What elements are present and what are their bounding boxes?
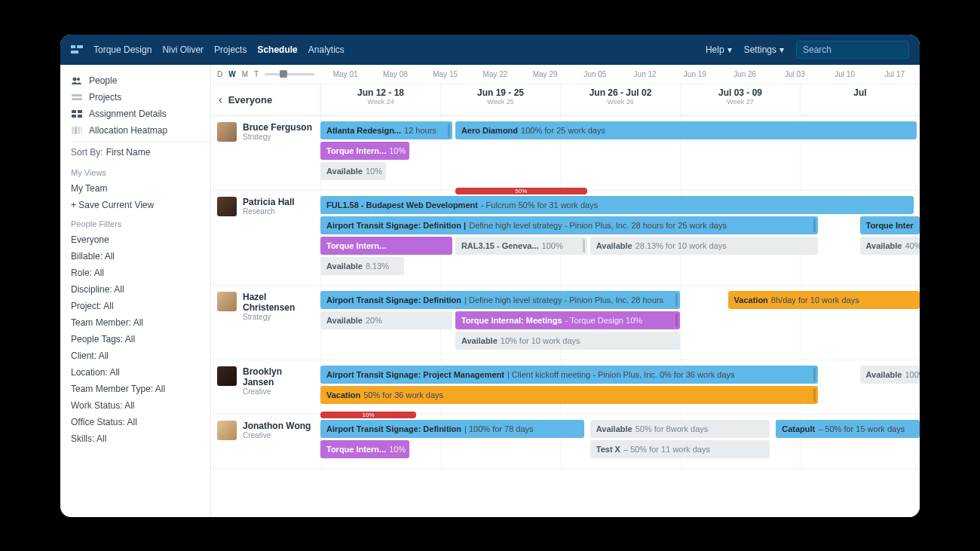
svg-rect-6: [72, 98, 82, 100]
assignment-bar[interactable]: Airport Transit Signage: Definition| 100…: [320, 420, 584, 438]
filter-item[interactable]: Billable: All: [71, 248, 210, 265]
crumb-projects[interactable]: Projects: [214, 44, 247, 55]
filter-item[interactable]: Project: All: [71, 298, 210, 314]
filter-item[interactable]: Client: All: [71, 347, 210, 364]
myview-item[interactable]: + Save Current View: [71, 197, 210, 213]
filter-item[interactable]: Team Member: All: [71, 314, 210, 331]
mini-date: May 22: [470, 70, 520, 78]
assignment-bar[interactable]: Test X – 50% for 11 work days: [590, 440, 770, 458]
assignment-bar[interactable]: Vacation8h/day for 10 work days: [728, 291, 920, 309]
sidebar-nav-people[interactable]: People: [71, 72, 210, 89]
filter-item[interactable]: Team Member Type: All: [71, 381, 210, 397]
week-column: Jul: [800, 84, 920, 115]
zoom-row: DWMT May 01May 08May 15May 22May 29Jun 0…: [211, 65, 920, 84]
crumb-user[interactable]: Nivi Oliver: [162, 44, 204, 55]
assignment-bar[interactable]: Available28.13% for 10 work days: [590, 237, 818, 255]
week-column: Jun 26 - Jul 02Week 26: [560, 84, 680, 115]
assignment-bar[interactable]: Available40%: [860, 237, 920, 255]
overload-indicator: 10%: [320, 412, 416, 418]
assignment-bar[interactable]: Torque Intern...: [320, 237, 452, 255]
zoom-thumb[interactable]: [280, 70, 287, 78]
svg-rect-11: [72, 127, 74, 134]
filters-header: People Filters: [71, 219, 210, 228]
avatar[interactable]: [217, 421, 237, 440]
view-title: Everyone: [228, 94, 273, 106]
assignment-bar[interactable]: Airport Transit Signage: Definition | De…: [320, 216, 818, 234]
assignment-bar[interactable]: Atlanta Redesign...12 hours: [320, 121, 452, 139]
filter-item[interactable]: Role: All: [71, 265, 210, 281]
assignment-bar[interactable]: Available10%: [320, 162, 386, 180]
avatar[interactable]: [217, 122, 237, 142]
sidebar-nav-projects[interactable]: Projects: [71, 89, 210, 106]
person-row: Hazel ChristensenStrategyAirport Transit…: [211, 286, 920, 360]
person-name[interactable]: Jonathon Wong: [243, 421, 311, 431]
crumb-brand[interactable]: Torque Design: [93, 44, 152, 55]
assignment-bar[interactable]: Vacation50% for 36 work days: [320, 386, 818, 404]
person-name[interactable]: Brooklyn Jansen: [243, 366, 314, 387]
assignment-bar[interactable]: Aero Diamond100% for 25 work days: [455, 121, 917, 139]
person-row: Jonathon WongCreative10%Airport Transit …: [211, 415, 920, 469]
zoom-T[interactable]: T: [254, 70, 259, 78]
assignment-bar[interactable]: Available100%: [860, 366, 920, 384]
help-menu[interactable]: Help▾: [706, 44, 732, 55]
mini-date: Jun 26: [720, 70, 770, 78]
crumb-schedule[interactable]: Schedule: [257, 44, 297, 55]
sort-by[interactable]: Sort By: First Name: [71, 142, 210, 162]
assignment-bar[interactable]: Available8.13%: [320, 257, 404, 275]
mini-date: Jun 12: [620, 70, 670, 78]
assignment-bar[interactable]: Available20%: [320, 311, 452, 329]
assignment-bar[interactable]: FUL1.58 - Budapest Web Development - Ful…: [320, 196, 914, 214]
sidebar-icon: [71, 126, 83, 135]
assignment-bar[interactable]: Torque Intern...10%: [320, 440, 409, 458]
schedule-grid[interactable]: Bruce FergusonStrategyAtlanta Redesign..…: [211, 116, 920, 517]
zoom-D[interactable]: D: [217, 70, 222, 78]
sidebar-nav-assignment-details[interactable]: Assignment Details: [71, 106, 210, 122]
avatar[interactable]: [217, 292, 237, 311]
svg-rect-9: [72, 115, 76, 118]
filter-item[interactable]: Skills: All: [71, 430, 210, 447]
assignment-bar[interactable]: Airport Transit Signage: Project Managem…: [320, 366, 818, 384]
chevron-down-icon: ▾: [727, 44, 732, 55]
top-nav: Torque Design Nivi Oliver Projects Sched…: [60, 35, 920, 65]
filter-item[interactable]: Office Status: All: [71, 414, 210, 430]
settings-menu[interactable]: Settings▾: [744, 44, 784, 55]
avatar[interactable]: [217, 366, 237, 386]
person-name[interactable]: Hazel Christensen: [243, 292, 314, 313]
zoom-W[interactable]: W: [228, 70, 235, 78]
svg-rect-2: [71, 51, 78, 54]
filter-item[interactable]: Location: All: [71, 364, 210, 381]
assignment-bar[interactable]: Torque Inter: [860, 216, 920, 234]
zoom-control[interactable]: DWMT: [211, 70, 320, 78]
assignment-bar[interactable]: Catapult – 50% for 15 work days: [776, 420, 920, 438]
avatar[interactable]: [217, 197, 237, 216]
back-button[interactable]: ‹: [219, 93, 222, 106]
person-role: Creative: [243, 387, 314, 396]
filter-item[interactable]: Everyone: [71, 231, 210, 248]
myview-item[interactable]: My Team: [71, 180, 210, 197]
mini-date: Jul 17: [870, 70, 920, 78]
mini-date: May 01: [320, 70, 370, 78]
svg-point-4: [77, 78, 80, 81]
filter-item[interactable]: Discipline: All: [71, 281, 210, 298]
person-name[interactable]: Bruce Ferguson: [243, 122, 312, 133]
sidebar: PeopleProjectsAssignment DetailsAllocati…: [60, 65, 211, 517]
filter-item[interactable]: People Tags: All: [71, 331, 210, 347]
assignment-bar[interactable]: Available10% for 10 work days: [455, 332, 680, 350]
filter-item[interactable]: Work Status: All: [71, 397, 210, 414]
person-name[interactable]: Patricia Hall: [243, 197, 295, 207]
mini-date: Jun 19: [670, 70, 720, 78]
sortby-label: Sort By:: [71, 147, 103, 158]
sidebar-nav-allocation-heatmap[interactable]: Allocation Heatmap: [71, 122, 210, 139]
assignment-bar[interactable]: Airport Transit Signage: Definition| Def…: [320, 291, 680, 309]
assignment-bar[interactable]: Available50% for 8work days: [590, 420, 770, 438]
zoom-M[interactable]: M: [242, 70, 248, 78]
zoom-slider[interactable]: [265, 73, 314, 75]
search-input[interactable]: [796, 41, 909, 59]
assignment-bar[interactable]: RAL3.15 - Geneva...100%: [455, 237, 587, 255]
svg-rect-1: [77, 45, 83, 48]
assignment-bar[interactable]: Torque Internal: Meetings - Torque Desig…: [455, 311, 680, 329]
assignment-bar[interactable]: Torque Intern...10%: [320, 142, 409, 160]
svg-rect-0: [71, 45, 75, 48]
week-column: Jul 03 - 09Week 27: [680, 84, 800, 115]
crumb-analytics[interactable]: Analytics: [308, 44, 345, 55]
